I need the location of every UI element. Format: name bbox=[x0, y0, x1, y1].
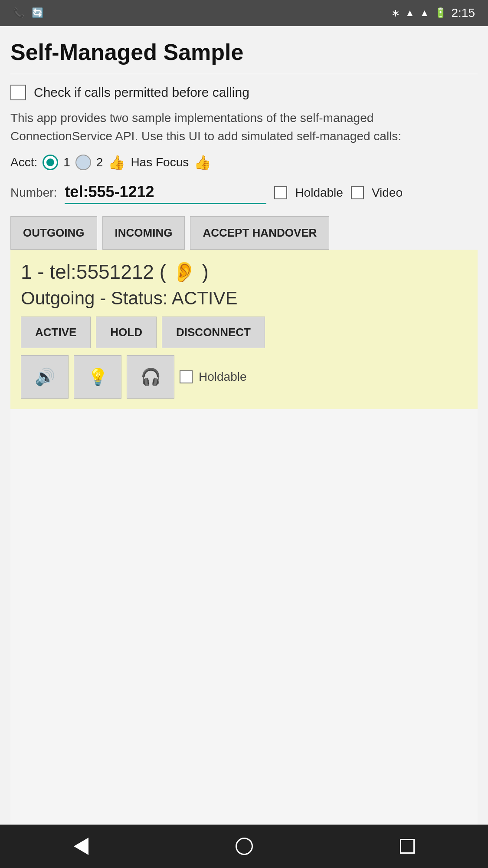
nav-bar bbox=[0, 825, 488, 868]
holdable-label: Holdable bbox=[295, 186, 343, 200]
back-icon bbox=[74, 838, 88, 855]
calls-permitted-row[interactable]: Check if calls permitted before calling bbox=[10, 85, 478, 100]
status-bar-right: ∗ ▲ ▲ 🔋 2:15 bbox=[391, 6, 475, 20]
app-title: Self-Managed Sample bbox=[10, 39, 478, 65]
calls-permitted-checkbox[interactable] bbox=[10, 85, 26, 100]
empty-area bbox=[10, 409, 478, 825]
calls-permitted-label: Check if calls permitted before calling bbox=[34, 85, 249, 100]
outgoing-button[interactable]: OUTGOING bbox=[10, 216, 97, 250]
incoming-button[interactable]: INCOMING bbox=[102, 216, 185, 250]
acct-label: Acct: bbox=[10, 155, 37, 169]
call-icon-buttons: 🔊 💡 🎧 Holdable bbox=[21, 355, 467, 399]
acct1-radio[interactable] bbox=[43, 155, 58, 170]
home-button[interactable] bbox=[218, 838, 270, 855]
acct1-number: 1 bbox=[63, 155, 70, 169]
lightbulb-icon: 💡 bbox=[88, 367, 108, 386]
number-row: Number: Holdable Video bbox=[10, 181, 478, 204]
headphones-icon: 🎧 bbox=[141, 367, 161, 386]
recents-icon bbox=[400, 839, 415, 854]
battery-icon: 🔋 bbox=[435, 7, 446, 19]
back-button[interactable] bbox=[56, 838, 106, 855]
clock: 2:15 bbox=[452, 6, 475, 20]
status-bar-left: 📞 🔄 bbox=[13, 7, 43, 19]
speaker-button[interactable]: 🔊 bbox=[21, 355, 69, 399]
home-icon bbox=[236, 838, 253, 855]
disconnect-button[interactable]: DISCONNECT bbox=[162, 317, 265, 348]
status-bar: 📞 🔄 ∗ ▲ ▲ 🔋 2:15 bbox=[0, 0, 488, 26]
voicemail-icon: 📞 bbox=[13, 7, 25, 19]
sync-icon: 🔄 bbox=[32, 7, 43, 19]
card-holdable-checkbox[interactable] bbox=[180, 370, 193, 383]
holdable-checkbox[interactable] bbox=[274, 186, 287, 199]
acct2-number: 2 bbox=[96, 155, 103, 169]
signal-icon: ▲ bbox=[420, 7, 429, 19]
app-description: This app provides two sample implementat… bbox=[10, 109, 478, 145]
lightbulb-button[interactable]: 💡 bbox=[74, 355, 121, 399]
number-input[interactable] bbox=[65, 181, 266, 204]
headphones-button[interactable]: 🎧 bbox=[127, 355, 174, 399]
speaker-icon: 🔊 bbox=[35, 367, 55, 386]
card-holdable-row[interactable]: Holdable bbox=[180, 370, 247, 384]
accept-handover-button[interactable]: ACCEPT HANDOVER bbox=[190, 216, 329, 250]
wifi-icon: ▲ bbox=[405, 7, 415, 19]
call-action-buttons: ACTIVE HOLD DISCONNECT bbox=[21, 317, 467, 348]
acct1-radio-inner bbox=[46, 158, 54, 166]
call-number: 1 - tel:5551212 ( 👂 ) bbox=[21, 260, 467, 284]
thumbsup2-icon: 👍 bbox=[194, 154, 211, 171]
hold-button[interactable]: HOLD bbox=[96, 317, 157, 348]
recents-button[interactable] bbox=[383, 839, 432, 854]
acct-row: Acct: 1 2 👍 Has Focus 👍 bbox=[10, 154, 478, 171]
call-status: Outgoing - Status: ACTIVE bbox=[21, 288, 467, 309]
video-checkbox[interactable] bbox=[351, 186, 364, 199]
has-focus-label: Has Focus bbox=[131, 155, 189, 169]
thumbsup1-icon: 👍 bbox=[108, 154, 125, 171]
card-holdable-label: Holdable bbox=[199, 370, 247, 384]
number-label: Number: bbox=[10, 186, 57, 200]
title-divider bbox=[10, 74, 478, 74]
app-content: Self-Managed Sample Check if calls permi… bbox=[0, 26, 488, 825]
action-buttons: OUTGOING INCOMING ACCEPT HANDOVER bbox=[10, 216, 478, 250]
acct2-radio[interactable] bbox=[75, 155, 91, 170]
active-button[interactable]: ACTIVE bbox=[21, 317, 91, 348]
video-label: Video bbox=[372, 186, 403, 200]
call-card: 1 - tel:5551212 ( 👂 ) Outgoing - Status:… bbox=[10, 250, 478, 409]
bluetooth-icon: ∗ bbox=[391, 7, 400, 19]
